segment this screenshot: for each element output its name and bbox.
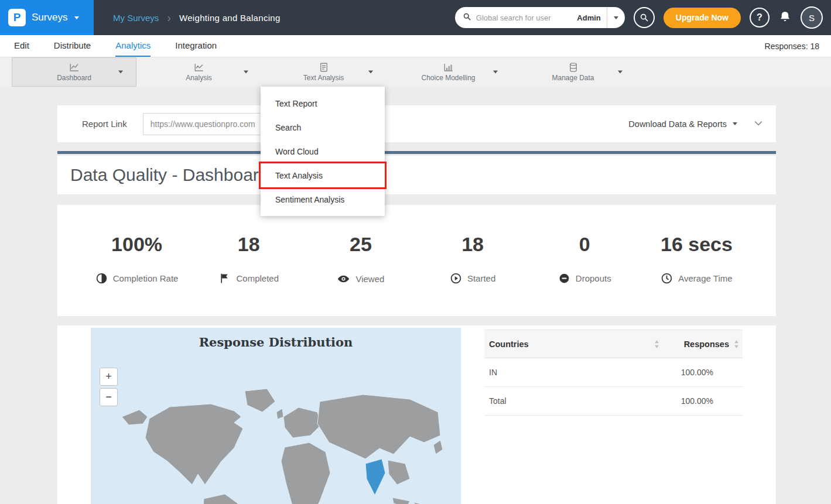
- search-icon: [463, 12, 471, 23]
- chevron-down-icon[interactable]: [618, 71, 623, 74]
- stat-completed: 18 Completed: [193, 205, 305, 316]
- upgrade-now-button[interactable]: Upgrade Now: [664, 8, 741, 28]
- notifications-button[interactable]: [778, 10, 792, 26]
- menu-item-choice-modelling[interactable]: Choice Modelling: [386, 57, 511, 87]
- flag-icon: [218, 272, 231, 284]
- chevron-down-icon: [733, 122, 737, 125]
- stat-dropouts: 0 Dropouts: [529, 205, 641, 316]
- analytics-menu-items: Dashboard Analysis Text Analysis Choice …: [12, 57, 635, 87]
- database-icon: [568, 62, 579, 73]
- stat-value: 18: [417, 233, 529, 256]
- breadcrumb-survey-name: Weighting and Balancing: [179, 13, 281, 23]
- menu-item-label: Dashboard: [57, 74, 91, 82]
- menu-item-label: Choice Modelling: [421, 74, 475, 82]
- sort-icon[interactable]: [654, 340, 659, 348]
- dropdown-item-text-report[interactable]: Text Report: [261, 91, 385, 115]
- responses-cell: 100.00%: [666, 368, 743, 377]
- map-region-indonesia: [392, 498, 410, 504]
- report-link-label: Report Link: [82, 119, 127, 129]
- topbar-actions: Admin Upgrade Now ? S: [455, 6, 831, 29]
- search-icon: [640, 13, 649, 22]
- menu-item-label: Analysis: [186, 74, 212, 82]
- table-row: Total 100.00%: [484, 387, 743, 416]
- dropdown-item-text-analysis[interactable]: Text Analysis: [261, 163, 385, 187]
- play-circle-icon: [450, 272, 462, 284]
- map-region-uk: [276, 409, 283, 419]
- page-title: Data Quality - Dashboard: [70, 165, 269, 185]
- help-button[interactable]: ?: [750, 8, 770, 28]
- download-data-reports-label: Download Data & Reports: [628, 119, 727, 129]
- search-button[interactable]: [634, 7, 655, 28]
- dropdown-item-search[interactable]: Search: [261, 115, 385, 139]
- table-row: IN 100.00%: [484, 358, 743, 387]
- bell-icon: [778, 10, 792, 23]
- stat-completion-rate: 100% Completion Rate: [81, 205, 193, 316]
- stat-value: 18: [193, 233, 305, 256]
- page-title-card: Data Quality - Dashboard: [57, 156, 776, 194]
- user-avatar[interactable]: S: [801, 6, 823, 29]
- menu-item-analysis[interactable]: Analysis: [136, 57, 261, 87]
- map-region-india[interactable]: [365, 459, 385, 495]
- global-search-input[interactable]: [476, 13, 577, 22]
- breadcrumb: My Surveys › Weighting and Balancing: [113, 12, 281, 23]
- tab-distribute[interactable]: Distribute: [54, 35, 91, 57]
- map-region-asia: [317, 395, 440, 459]
- stat-value: 25: [305, 233, 416, 256]
- dropdown-item-word-cloud[interactable]: Word Cloud: [261, 139, 385, 163]
- map-region-north-america: [145, 404, 243, 485]
- responses-cell: 100.00%: [666, 396, 743, 406]
- tab-edit[interactable]: Edit: [14, 35, 29, 57]
- search-scope-dropdown[interactable]: [607, 7, 625, 28]
- chevron-down-icon[interactable]: [244, 71, 248, 74]
- country-cell: IN: [484, 368, 666, 377]
- menu-item-label: Text Analysis: [303, 74, 344, 82]
- response-distribution-map-panel: Response Distribution + −: [91, 328, 461, 504]
- surveys-product-switcher[interactable]: P Surveys: [0, 0, 94, 35]
- countries-table: Countries Responses IN 100.00% Total 100…: [484, 330, 743, 416]
- breadcrumb-separator-icon: ›: [167, 12, 171, 23]
- chevron-down-icon[interactable]: [368, 71, 373, 74]
- menu-item-manage-data[interactable]: Manage Data: [511, 57, 635, 87]
- map-region-japan: [433, 440, 443, 454]
- top-bar: P Surveys My Surveys › Weighting and Bal…: [0, 0, 831, 35]
- countries-table-header: Countries Responses: [484, 330, 743, 358]
- stat-label: Completion Rate: [113, 273, 179, 283]
- document-icon: [319, 62, 329, 73]
- report-link-card: Report Link Download Data & Reports: [57, 105, 776, 142]
- product-label: Surveys: [32, 12, 67, 23]
- column-header-countries[interactable]: Countries: [484, 340, 666, 349]
- dropdown-item-sentiment-analysis[interactable]: Sentiment Analysis: [261, 187, 385, 211]
- menu-item-dashboard[interactable]: Dashboard: [12, 57, 136, 87]
- responses-count: Responses: 18: [765, 35, 831, 57]
- clock-icon: [661, 272, 673, 284]
- sort-icon[interactable]: [734, 340, 739, 348]
- collapse-section-button[interactable]: [753, 117, 764, 131]
- tab-integration[interactable]: Integration: [175, 35, 217, 57]
- map-region-alaska: [122, 410, 148, 425]
- zoom-out-button[interactable]: −: [100, 388, 118, 406]
- stat-average-time: 16 secs Average Time: [641, 205, 753, 316]
- map-region-southeast-asia: [388, 460, 410, 485]
- text-analysis-dropdown-menu: Text Report Search Word Cloud Text Analy…: [261, 87, 385, 216]
- map-title: Response Distribution: [91, 328, 461, 349]
- stat-label: Viewed: [355, 274, 384, 284]
- stat-label: Completed: [236, 273, 279, 283]
- chevron-down-icon[interactable]: [118, 71, 123, 74]
- column-header-responses[interactable]: Responses: [666, 340, 743, 349]
- country-cell: Total: [484, 396, 666, 406]
- map-region-africa: [281, 443, 330, 504]
- global-search-box[interactable]: Admin: [455, 7, 625, 28]
- stat-label: Dropouts: [576, 273, 611, 283]
- stat-label: Average Time: [678, 273, 732, 283]
- chevron-down-icon[interactable]: [493, 71, 498, 74]
- breadcrumb-my-surveys[interactable]: My Surveys: [113, 13, 159, 23]
- questionpro-logo: P: [8, 9, 26, 26]
- chevron-down-icon: [753, 117, 764, 129]
- zoom-in-button[interactable]: +: [100, 368, 118, 386]
- survey-tab-bar: Edit Distribute Analytics Integration Re…: [0, 35, 831, 57]
- search-scope-label: Admin: [577, 13, 600, 22]
- world-map[interactable]: [117, 386, 451, 504]
- map-zoom-controls: + −: [100, 368, 118, 406]
- menu-item-text-analysis[interactable]: Text Analysis: [261, 57, 386, 87]
- tab-analytics[interactable]: Analytics: [115, 35, 151, 57]
